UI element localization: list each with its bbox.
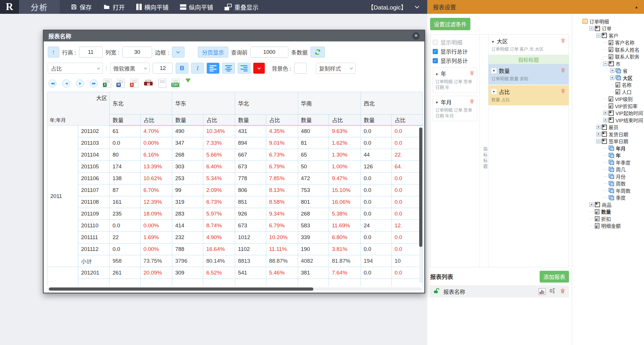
value-cell[interactable]: 15.10%: [329, 184, 361, 196]
value-cell[interactable]: 8.58%: [266, 196, 298, 208]
align-right-button[interactable]: [238, 63, 250, 74]
value-cell[interactable]: 667: [235, 149, 266, 161]
value-cell[interactable]: 2.09%: [203, 184, 235, 196]
measure-header[interactable]: 占比: [392, 115, 423, 125]
value-cell[interactable]: 138: [110, 173, 140, 184]
value-cell[interactable]: [329, 279, 361, 287]
value-cell[interactable]: 13.39%: [140, 161, 172, 173]
tree-item-大区[interactable]: +大区: [582, 74, 644, 81]
value-cell[interactable]: 4.35%: [266, 125, 298, 137]
tree-item-订单明细[interactable]: 订单明细: [582, 18, 644, 25]
next-page-button[interactable]: ▶: [76, 79, 84, 87]
value-cell[interactable]: 6.52%: [203, 267, 235, 279]
value-cell[interactable]: 6.79%: [266, 220, 298, 232]
value-cell[interactable]: 80.14%: [203, 255, 235, 267]
expand-expander-icon[interactable]: +: [589, 203, 594, 207]
region-header[interactable]: 西北: [361, 92, 423, 115]
collapse-expander-icon[interactable]: −: [603, 62, 607, 66]
row-field-yearmonth[interactable]: 年月 订单明细.订单.签单日期.年月: [433, 96, 477, 121]
tree-item-明细金额[interactable]: 明细金额: [582, 222, 644, 230]
font-family-select[interactable]: 微软雅黑: [110, 63, 150, 74]
checkbox-checked-icon[interactable]: [433, 58, 438, 63]
value-cell[interactable]: 0.0: [361, 267, 392, 279]
value-cell[interactable]: 10.62%: [140, 173, 172, 184]
checkbox-show-row-totals[interactable]: 显示行总计: [433, 47, 477, 55]
value-cell[interactable]: 8813: [235, 255, 266, 267]
tree-item-月份[interactable]: 月份: [582, 173, 644, 180]
value-cell[interactable]: 0.00%: [140, 220, 172, 232]
tree-item-市[interactable]: −市: [582, 60, 644, 67]
month-cell[interactable]: 201201: [78, 267, 110, 279]
value-cell[interactable]: 8.13%: [266, 184, 298, 196]
save-button[interactable]: 保存: [71, 3, 92, 11]
horizontal-scrollbar[interactable]: [47, 287, 423, 291]
trash-icon[interactable]: [560, 67, 566, 74]
month-cell[interactable]: 201105: [78, 161, 110, 173]
tree-item-季度[interactable]: 季度: [582, 194, 644, 201]
column-field-region[interactable]: 大区 订单明细.订单.客户.市.大区: [488, 35, 569, 55]
value-cell[interactable]: 0.0: [110, 220, 140, 232]
value-cell[interactable]: [140, 279, 172, 287]
last-page-button[interactable]: ▶▶: [90, 79, 98, 87]
value-cell[interactable]: 3.81%: [329, 243, 361, 255]
value-cell[interactable]: 1.69%: [140, 232, 172, 243]
value-cell[interactable]: 319: [172, 196, 203, 208]
value-cell[interactable]: 958: [110, 255, 140, 267]
tree-item-年周数[interactable]: 年周数: [582, 187, 644, 194]
col-width-input[interactable]: [122, 47, 152, 58]
tree-item-年[interactable]: 年: [582, 152, 644, 159]
checkbox-show-detail[interactable]: 显示明细: [433, 38, 477, 46]
value-cell[interactable]: 0.0: [392, 243, 423, 255]
value-cell[interactable]: 6.80%: [329, 232, 361, 243]
value-cell[interactable]: 4.70%: [140, 125, 172, 137]
value-cell[interactable]: 1.30%: [329, 149, 361, 161]
value-cell[interactable]: 431: [235, 125, 266, 137]
value-cell[interactable]: 1.00%: [329, 161, 361, 173]
value-cell[interactable]: 1.62%: [329, 137, 361, 149]
tree-item-客户[interactable]: −客户: [582, 32, 644, 39]
value-cell[interactable]: 64.: [392, 161, 423, 173]
row-field-year[interactable]: 年 订单明细.订单.签单日期.年: [433, 67, 477, 93]
expand-expander-icon[interactable]: +: [596, 125, 601, 129]
region-header[interactable]: 华北: [235, 92, 298, 115]
value-cell[interactable]: 5.34%: [203, 173, 235, 184]
add-report-button[interactable]: 添加报表: [540, 271, 569, 283]
measure-header[interactable]: 占比: [140, 115, 172, 125]
value-cell[interactable]: 18.09%: [140, 208, 172, 220]
value-cell[interactable]: 673: [235, 220, 266, 232]
tree-item-周数[interactable]: 周数: [582, 180, 644, 187]
value-cell[interactable]: 174: [110, 161, 140, 173]
value-cell[interactable]: 541: [235, 267, 266, 279]
trash-icon[interactable]: [469, 70, 475, 77]
value-cell[interactable]: 778: [235, 173, 266, 184]
value-cell[interactable]: 583: [298, 220, 329, 232]
value-cell[interactable]: 339: [298, 232, 329, 243]
value-cell[interactable]: [78, 279, 110, 287]
value-cell[interactable]: 806: [235, 184, 266, 196]
tree-item-省[interactable]: +省: [582, 67, 644, 75]
measure-header[interactable]: 占比: [203, 115, 235, 125]
value-cell[interactable]: 161: [110, 196, 140, 208]
tree-item-雇员[interactable]: +雇员: [582, 124, 644, 131]
measure-header[interactable]: 数量: [110, 115, 140, 125]
report-list-item[interactable]: 报表名称: [430, 285, 569, 298]
copy-style-select[interactable]: 复制样式: [316, 63, 356, 74]
value-cell[interactable]: [235, 279, 266, 287]
collapse-expander-icon[interactable]: −: [596, 33, 601, 38]
value-cell[interactable]: 6.40%: [203, 161, 235, 173]
value-cell[interactable]: 268: [172, 149, 203, 161]
value-cell[interactable]: 0.0: [392, 173, 423, 184]
vertical-scrollbar-thumb[interactable]: [419, 127, 422, 247]
month-cell[interactable]: 小计: [78, 255, 110, 267]
tree-item-客户名称[interactable]: 客户名称: [582, 39, 644, 46]
value-cell[interactable]: 11.69%: [329, 220, 361, 232]
value-cell[interactable]: 7.64%: [329, 267, 361, 279]
border-select[interactable]: [172, 47, 185, 58]
value-cell[interactable]: 894: [235, 137, 266, 149]
measure-header[interactable]: 占比: [266, 115, 298, 125]
value-cell[interactable]: 673: [235, 161, 266, 173]
tree-item-数量[interactable]: 数量: [582, 208, 644, 216]
collapse-up-icon[interactable]: ▲: [635, 5, 638, 9]
value-cell[interactable]: 126: [361, 161, 392, 173]
value-cell[interactable]: 0.0: [361, 125, 392, 137]
